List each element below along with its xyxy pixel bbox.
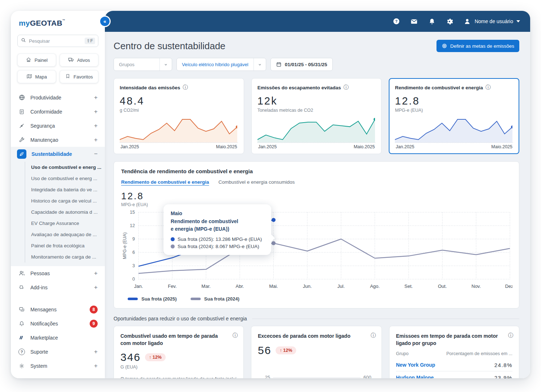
quick-link-label: Favoritos — [73, 74, 93, 80]
bookmark-icon — [65, 73, 71, 80]
group-link[interactable]: New York Group — [396, 362, 435, 368]
main-area: « ? Nome de usuário Centro de sustentabi… — [105, 11, 530, 378]
svg-text:Out.: Out. — [438, 284, 447, 289]
kpi-unit: g CO2/mi — [120, 108, 238, 113]
idle-exceptions-chart: 2560020480 — [258, 367, 375, 378]
expand-icon[interactable]: + — [94, 94, 98, 101]
avoided-emissions-sparkline — [257, 116, 375, 142]
tooltip-entry: Sua frota (2024): 8.067 MPG-e (EUA) — [171, 244, 264, 249]
spark-end-label: Maio.2025 — [491, 144, 512, 149]
subnav-item[interactable]: EV Charge Assurance — [25, 218, 105, 229]
group-link[interactable]: Hudson Malone — [396, 375, 434, 378]
help-icon[interactable]: ? — [392, 17, 400, 25]
subnav-item[interactable]: Integridade da bateria do ve ... — [25, 184, 105, 195]
svg-text:Nov.: Nov. — [472, 284, 481, 289]
kpi-unit: Toneladas metricas de CO2 — [257, 108, 376, 113]
expand-icon[interactable]: + — [94, 122, 98, 129]
sidebar-item-label: Suporte — [30, 349, 48, 355]
sidebar-item-suporte[interactable]: ? Suporte + — [11, 345, 105, 359]
sidebar-item-manutencao[interactable]: Manutençao + — [11, 133, 105, 147]
sidebar-item-label: Mensagens — [30, 307, 56, 312]
expand-icon[interactable]: + — [94, 284, 98, 291]
legend-label: Sua frota (2024) — [204, 296, 240, 302]
sidebar-item-conformidade[interactable]: Conformidade + — [11, 105, 105, 119]
mail-icon[interactable] — [410, 17, 418, 25]
gear-icon[interactable] — [446, 17, 453, 25]
legend-item-2025[interactable]: Sua frota (2025) — [128, 296, 177, 302]
idle-exceptions-card: Excecoes de parada com motor ligado 56 ↑… — [251, 326, 382, 378]
sidebar-item-produtividade[interactable]: Produtividade + — [11, 90, 105, 105]
tab-fuel-energy-economy[interactable]: Rendimento de combustível e energia — [121, 179, 209, 186]
info-icon[interactable] — [371, 332, 376, 339]
svg-text:6: 6 — [132, 250, 135, 255]
sidebar-item-seguranca[interactable]: Segurança + — [11, 119, 105, 133]
subnav-item[interactable]: Capacidade de autonomia d ... — [25, 206, 105, 218]
expand-icon[interactable]: + — [94, 108, 98, 115]
sustainability-subnav: Uso de combustível e energ ... Uso de co… — [25, 162, 105, 263]
cta-label: Definir as metas de emissões — [450, 43, 514, 49]
idle-fuel-value: 346 — [120, 351, 141, 363]
quick-link-painel[interactable]: Painel — [17, 54, 56, 67]
info-icon[interactable] — [233, 332, 238, 339]
sidebar-item-add-ins[interactable]: Add-ins + — [11, 280, 105, 294]
idle-exceptions-title: Excecoes de parada com motor ligado — [258, 333, 375, 340]
idle-emissions-card: Emissoes em tempo de parada com motor li… — [389, 326, 519, 378]
kpi-card-fuel-energy-economy[interactable]: Rendimento de combustivel e energia 12.8… — [389, 78, 519, 154]
sidebar-item-label: Notificações — [30, 321, 58, 327]
svg-text:?: ? — [395, 19, 397, 24]
collapse-expander-icon[interactable]: − — [94, 150, 98, 158]
set-emissions-targets-button[interactable]: Definir as metas de emissões — [436, 40, 519, 52]
opportunities-title: Oportunidades para reduzir o uso de comb… — [114, 316, 247, 321]
chevron-down-icon — [516, 20, 520, 22]
fuel-energy-sparkline — [395, 116, 512, 142]
sidebar-item-system[interactable]: System + — [11, 359, 105, 373]
groups-select[interactable]: Grupos — [114, 58, 172, 71]
info-icon[interactable] — [508, 332, 513, 339]
quick-link-ativos[interactable]: Ativos — [60, 54, 98, 67]
kpi-card-emission-intensity[interactable]: Intensidade das emissões 48.4 g CO2/mi J… — [114, 78, 244, 154]
sidebar-item-sustentabilidade[interactable]: Sustentabilidade − — [11, 147, 105, 161]
info-icon[interactable] — [344, 84, 349, 91]
expand-icon[interactable]: + — [94, 348, 98, 355]
subnav-item[interactable]: Painel de frota ecológica — [25, 240, 105, 251]
expand-icon[interactable]: + — [94, 362, 98, 370]
column-header-group: Grupo — [396, 351, 409, 356]
tab-fuel-energy-consumed[interactable]: Combustível e energia consumidos — [218, 179, 295, 186]
quick-link-label: Ativos — [77, 57, 90, 63]
notifications-badge: 9 — [90, 320, 98, 328]
quick-link-favoritos[interactable]: Favoritos — [60, 70, 98, 83]
subnav-item[interactable]: Monitoramento de carga de ... — [25, 251, 105, 263]
spark-end-label: Maio.2025 — [216, 144, 237, 149]
kpi-card-avoided-emissions[interactable]: Emissões do escapamento evitadas 12k Ton… — [251, 78, 382, 154]
description-text: O tempo de parada com motor ligado da su… — [120, 376, 237, 378]
kpi-value: 12k — [257, 95, 376, 107]
sidebar-item-mensagens[interactable]: Mensagens 8 — [11, 302, 105, 316]
sidebar-collapse-button[interactable]: « — [99, 16, 111, 27]
search-box[interactable]: ⇧F — [17, 35, 98, 47]
svg-text:Jul.: Jul. — [337, 284, 345, 289]
svg-text:Mar.: Mar. — [201, 284, 210, 289]
legend-item-2024[interactable]: Sua frota (2024) — [191, 296, 240, 302]
subnav-item[interactable]: Uso de combustível e energ ... — [25, 162, 105, 173]
idle-exceptions-delta-badge: ↑ 12% — [276, 346, 296, 354]
bell-icon[interactable] — [428, 17, 436, 25]
spark-start-label: Jan.2025 — [258, 144, 277, 149]
search-input[interactable] — [29, 38, 82, 44]
sidebar-item-marketplace[interactable]: Marketplace — [11, 331, 105, 345]
user-icon — [463, 17, 471, 25]
subnav-item[interactable]: Avaliaçao de adequaçao de ... — [25, 229, 105, 240]
quick-link-mapa[interactable]: Mapa — [17, 70, 56, 83]
user-menu[interactable]: Nome de usuário — [463, 17, 520, 25]
sidebar-item-pessoas[interactable]: Pessoas + — [11, 266, 105, 280]
marketplace-icon — [18, 334, 25, 341]
subnav-item[interactable]: Historico de carga de veícul ... — [25, 195, 105, 206]
expand-icon[interactable]: + — [94, 136, 98, 144]
expand-icon[interactable]: + — [94, 270, 98, 277]
clipboard-icon — [18, 108, 25, 115]
date-range-picker[interactable]: 01/01/25 - 05/31/25 — [270, 58, 333, 71]
vehicle-type-select[interactable]: Veículo elétrico híbrido plugável — [176, 58, 266, 71]
info-icon[interactable] — [183, 84, 188, 91]
sidebar-item-notificacoes[interactable]: Notificações 9 — [11, 316, 105, 331]
subnav-item[interactable]: Uso de combustível e energ ... — [25, 173, 105, 184]
info-icon[interactable] — [485, 84, 490, 91]
